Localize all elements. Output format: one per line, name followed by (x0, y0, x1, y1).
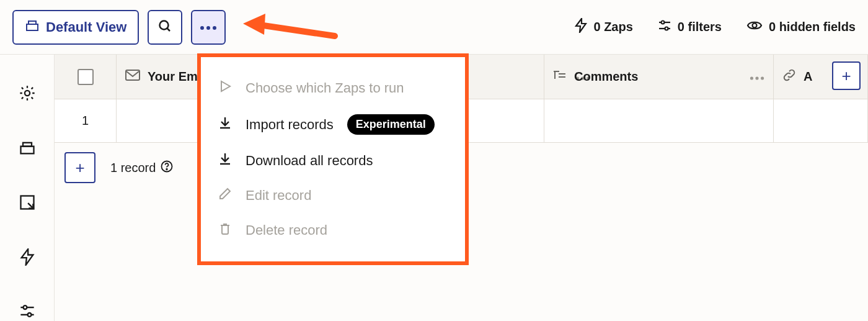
svg-rect-14 (20, 147, 33, 154)
layers-icon (19, 139, 36, 159)
svg-point-2 (160, 20, 169, 29)
sidebar-settings[interactable] (19, 84, 36, 104)
text-icon (553, 69, 567, 84)
sidebar-views[interactable] (19, 139, 36, 159)
column-label: Comments (574, 70, 638, 84)
filters-count: 0 filters (678, 20, 722, 34)
svg-point-13 (24, 91, 29, 96)
search-icon (157, 19, 172, 36)
record-count-text: 1 record (110, 161, 156, 175)
sidebar-embed[interactable] (19, 194, 36, 214)
experimental-badge: Experimental (347, 114, 435, 135)
svg-point-9 (661, 21, 664, 24)
filters-stat[interactable]: 0 filters (658, 19, 722, 35)
menu-label: Delete record (246, 222, 327, 238)
help-icon[interactable] (161, 160, 173, 176)
svg-marker-36 (221, 81, 230, 91)
menu-delete-record: Delete record (201, 213, 465, 248)
pencil-icon (218, 187, 232, 204)
menu-choose-zaps: Choose which Zaps to run (201, 71, 465, 106)
download-icon (218, 152, 232, 170)
menu-import-records[interactable]: Import records Experimental (201, 106, 465, 143)
menu-edit-record: Edit record (201, 178, 465, 213)
sliders-icon (19, 303, 35, 321)
row-index: 1 (55, 99, 117, 142)
default-view-button[interactable]: Default View (12, 10, 139, 45)
column-header-comments[interactable]: Comments (544, 55, 774, 99)
svg-rect-15 (23, 143, 32, 147)
svg-point-31 (750, 76, 753, 79)
sidebar-zaps[interactable] (20, 248, 35, 268)
toolbar-stats: 0 Zaps 0 filters 0 hidden fields (575, 18, 856, 36)
add-column-button[interactable]: + (832, 61, 861, 90)
hidden-fields-stat[interactable]: 0 hidden fields (746, 19, 856, 35)
link-icon (782, 68, 796, 85)
play-icon (218, 79, 232, 97)
plus-icon: + (841, 66, 851, 86)
filters-icon (658, 19, 671, 35)
svg-point-12 (752, 24, 756, 28)
svg-rect-0 (27, 24, 38, 30)
svg-point-33 (761, 76, 764, 79)
cell-comments[interactable] (544, 99, 774, 142)
left-sidebar (0, 55, 55, 321)
svg-point-20 (23, 305, 27, 309)
menu-label: Edit record (246, 188, 311, 204)
zap-bolt-icon (575, 18, 587, 36)
cell-attachment[interactable] (774, 99, 868, 142)
svg-line-3 (167, 28, 170, 31)
menu-label: Choose which Zaps to run (246, 80, 404, 96)
svg-point-5 (206, 26, 210, 30)
hidden-count: 0 hidden fields (769, 20, 856, 34)
svg-point-35 (167, 168, 168, 170)
embed-icon (19, 194, 36, 214)
column-label: Your Email (148, 70, 197, 84)
add-row-button[interactable]: + (64, 152, 95, 183)
svg-point-22 (27, 313, 31, 317)
eye-icon (746, 19, 763, 35)
select-all-cell (55, 55, 117, 99)
gear-icon (19, 84, 36, 104)
svg-marker-7 (576, 19, 586, 32)
column-label: A (804, 70, 812, 84)
menu-download-records[interactable]: Download all records (201, 143, 465, 178)
more-horizontal-icon (200, 22, 217, 33)
bolt-icon (20, 248, 35, 268)
svg-point-6 (213, 26, 216, 30)
view-layers-icon (25, 18, 40, 37)
svg-rect-1 (29, 21, 36, 24)
record-count: 1 record (110, 160, 173, 176)
svg-point-4 (200, 26, 204, 30)
download-icon (218, 116, 232, 133)
menu-label: Download all records (246, 153, 373, 169)
trash-icon (218, 222, 232, 239)
menu-label: Import records (246, 117, 334, 133)
search-button[interactable] (148, 10, 182, 45)
svg-point-32 (755, 76, 758, 79)
more-menu-button[interactable] (191, 10, 226, 45)
svg-marker-18 (21, 249, 33, 265)
email-icon (125, 70, 140, 84)
top-toolbar: Default View 0 Zaps 0 filters 0 h (0, 0, 868, 55)
zaps-count: 0 Zaps (593, 20, 632, 34)
plus-icon: + (75, 158, 84, 178)
svg-point-11 (665, 27, 668, 30)
svg-rect-23 (126, 70, 140, 80)
zaps-stat[interactable]: 0 Zaps (575, 18, 632, 36)
select-all-checkbox[interactable] (78, 69, 94, 85)
more-actions-menu: Choose which Zaps to run Import records … (197, 53, 469, 265)
sidebar-filters[interactable] (19, 303, 35, 321)
view-label: Default View (46, 19, 126, 35)
column-menu-icon[interactable] (750, 70, 764, 84)
svg-line-17 (28, 203, 32, 207)
